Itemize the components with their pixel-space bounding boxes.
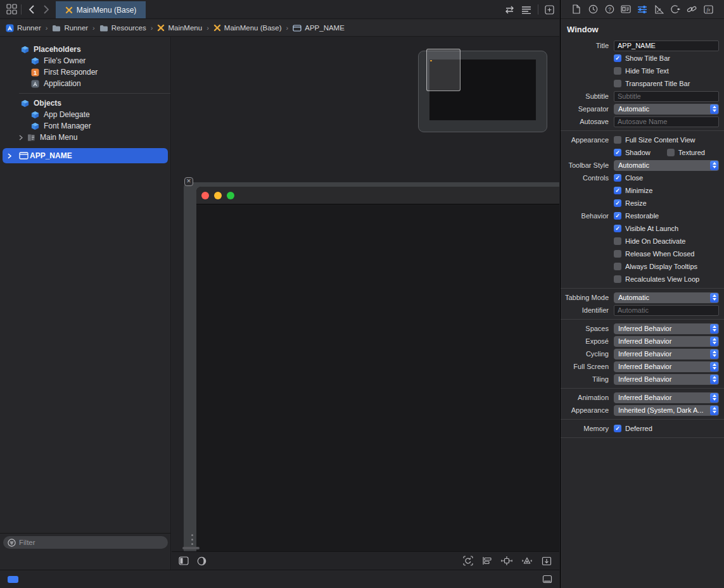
restorable-checkbox[interactable] bbox=[614, 212, 621, 220]
editor-options-icon[interactable] bbox=[521, 6, 531, 14]
status-bar bbox=[0, 570, 559, 588]
window-close-button[interactable]: ✕ bbox=[184, 177, 193, 186]
tiling-select[interactable]: Inferred Behavior bbox=[614, 374, 719, 385]
autosave-input[interactable] bbox=[614, 116, 719, 127]
deferred-checkbox[interactable] bbox=[614, 425, 621, 432]
breadcrumb-separator: › bbox=[206, 24, 209, 32]
swap-editor-icon[interactable] bbox=[504, 6, 515, 14]
editor-grid-icon[interactable] bbox=[5, 3, 18, 16]
tab-mainmenu-base[interactable]: MainMenu (Base) bbox=[56, 1, 146, 18]
title-input[interactable] bbox=[614, 41, 719, 51]
size-inspector-icon[interactable] bbox=[654, 4, 664, 15]
outline-item-app-delegate[interactable]: App Delegate bbox=[0, 109, 170, 120]
toolbar-style-select[interactable]: Automatic bbox=[614, 160, 719, 171]
outline-item-files-owner[interactable]: File's Owner bbox=[0, 55, 170, 66]
stepper-icon bbox=[710, 349, 718, 359]
field-separator: Separator Automatic bbox=[561, 103, 719, 115]
history-inspector-icon[interactable] bbox=[588, 4, 599, 15]
textured-checkbox[interactable] bbox=[667, 149, 675, 156]
outline-item-font-manager[interactable]: Font Manager bbox=[0, 120, 170, 132]
window-content-area[interactable] bbox=[196, 187, 559, 551]
drag-handle-dots[interactable] bbox=[191, 534, 193, 547]
add-constraints-icon[interactable] bbox=[501, 556, 512, 565]
connections-inspector-icon[interactable] bbox=[670, 4, 681, 15]
subtitle-input[interactable] bbox=[614, 91, 719, 102]
window-device-icon[interactable] bbox=[542, 575, 552, 584]
section-objects[interactable]: Objects bbox=[0, 97, 170, 109]
show-title-bar-checkbox[interactable] bbox=[614, 54, 621, 62]
expose-select[interactable]: Inferred Behavior bbox=[614, 336, 719, 347]
full-screen-select[interactable]: Inferred Behavior bbox=[614, 361, 719, 372]
section-placeholders[interactable]: Placeholders bbox=[0, 44, 170, 55]
animation-select[interactable]: Inferred Behavior bbox=[614, 392, 719, 403]
add-editor-icon[interactable] bbox=[545, 5, 554, 15]
horizontal-scrollbar[interactable] bbox=[182, 547, 200, 549]
breadcrumb-item-group[interactable]: Resources bbox=[99, 24, 146, 32]
filter-field[interactable] bbox=[3, 536, 168, 549]
cube-icon bbox=[30, 110, 39, 119]
first-responder-icon: 1 bbox=[30, 68, 39, 77]
hide-title-text-checkbox[interactable] bbox=[614, 67, 621, 75]
transparent-title-bar-checkbox[interactable] bbox=[614, 80, 621, 87]
identity-inspector-icon[interactable] bbox=[621, 4, 632, 15]
filter-input[interactable] bbox=[19, 539, 163, 546]
file-inspector-icon[interactable] bbox=[571, 4, 582, 15]
breadcrumb-item-window[interactable]: APP_NAME bbox=[293, 24, 345, 32]
embed-icon[interactable] bbox=[542, 556, 552, 566]
separator-select[interactable]: Automatic bbox=[614, 104, 719, 115]
divider bbox=[21, 4, 22, 15]
effects-inspector-icon[interactable]: fx bbox=[703, 4, 714, 15]
appearance-select[interactable]: Inherited (System, Dark A... bbox=[614, 405, 719, 416]
full-size-content-view-checkbox[interactable] bbox=[614, 136, 621, 144]
editor-toolbar-right bbox=[504, 0, 554, 19]
appearance-toggle-icon[interactable] bbox=[197, 556, 206, 566]
outline-item-first-responder[interactable]: 1 First Responder bbox=[0, 66, 170, 78]
breadcrumb-item-group[interactable]: Runner bbox=[52, 24, 88, 32]
always-display-tooltips-checkbox[interactable] bbox=[614, 263, 621, 270]
inspector-tab-bar: ? fx bbox=[561, 0, 724, 19]
disclosure-chevron-icon[interactable] bbox=[8, 153, 14, 159]
window-mockup[interactable] bbox=[184, 182, 559, 551]
resize-checkbox[interactable] bbox=[614, 199, 621, 207]
window-position-overlay[interactable] bbox=[426, 49, 460, 91]
panel-toggle-icon[interactable] bbox=[179, 556, 189, 565]
breadcrumb-item-project[interactable]: Runner bbox=[6, 24, 41, 32]
cycling-select[interactable]: Inferred Behavior bbox=[614, 349, 719, 360]
tabbing-mode-select[interactable]: Automatic bbox=[614, 292, 719, 303]
xib-icon bbox=[157, 24, 165, 32]
breadcrumb-separator: › bbox=[92, 24, 95, 32]
application-icon bbox=[30, 79, 39, 88]
outline-item-application[interactable]: Application bbox=[0, 78, 170, 89]
update-frames-icon[interactable] bbox=[463, 556, 473, 566]
disclosure-chevron-icon[interactable] bbox=[19, 135, 25, 141]
document-outline: Placeholders File's Owner 1 First Respon… bbox=[0, 37, 171, 570]
field-toolbar-style: Toolbar Style Automatic bbox=[561, 160, 719, 171]
inspector-divider bbox=[561, 130, 724, 131]
field-tabbing-mode: Tabbing Mode Automatic bbox=[561, 292, 719, 303]
breadcrumb-item-file[interactable]: MainMenu bbox=[157, 24, 202, 32]
recalculates-view-loop-checkbox[interactable] bbox=[614, 275, 621, 283]
xcode-interface-builder: MainMenu (Base) Runner bbox=[0, 0, 724, 588]
outline-item-main-menu[interactable]: Main Menu bbox=[0, 132, 170, 143]
visible-at-launch-checkbox[interactable] bbox=[614, 225, 621, 232]
identifier-input[interactable] bbox=[614, 305, 719, 316]
window-titlebar[interactable] bbox=[196, 187, 559, 204]
checkbox-full-size-content-view: Appearance Full Size Content View bbox=[561, 134, 719, 146]
shadow-checkbox[interactable] bbox=[614, 149, 621, 156]
forward-chevron-icon[interactable] bbox=[40, 4, 51, 15]
release-when-closed-checkbox[interactable] bbox=[614, 250, 621, 258]
filter-bar bbox=[0, 533, 171, 551]
quick-help-icon[interactable]: ? bbox=[604, 4, 615, 15]
back-chevron-icon[interactable] bbox=[26, 4, 37, 15]
minimize-checkbox[interactable] bbox=[614, 187, 621, 194]
spaces-select[interactable]: Inferred Behavior bbox=[614, 323, 719, 334]
align-icon[interactable] bbox=[482, 556, 492, 565]
hide-on-deactivate-checkbox[interactable] bbox=[614, 237, 621, 245]
breadcrumb-item-file-base[interactable]: MainMenu (Base) bbox=[213, 24, 282, 32]
device-pill-icon[interactable] bbox=[8, 576, 18, 583]
outline-item-app-name-selected[interactable]: APP_NAME bbox=[3, 148, 168, 163]
attributes-inspector-icon[interactable] bbox=[637, 4, 648, 15]
close-checkbox[interactable] bbox=[614, 174, 621, 182]
bindings-inspector-icon[interactable] bbox=[687, 4, 697, 15]
resolve-issues-icon[interactable] bbox=[521, 556, 533, 565]
